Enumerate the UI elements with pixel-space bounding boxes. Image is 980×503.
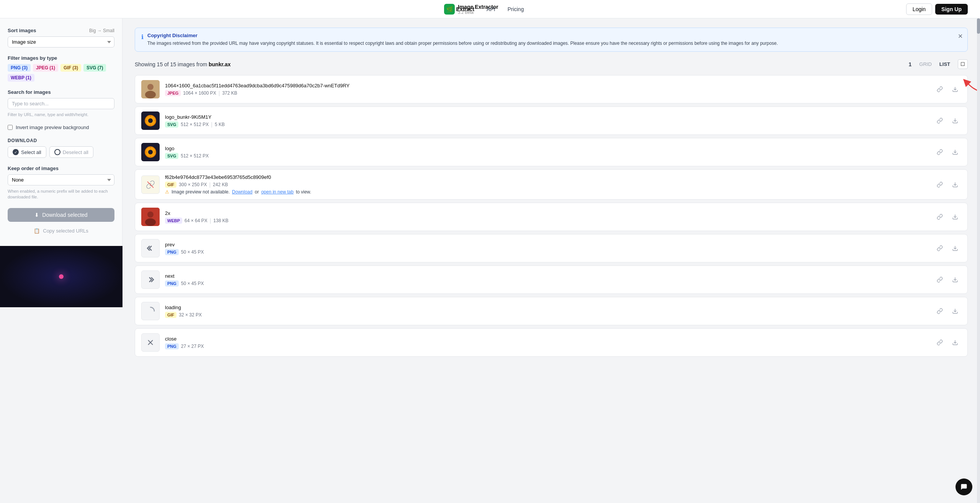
copy-link-button[interactable] bbox=[934, 83, 946, 95]
copy-link-button[interactable] bbox=[934, 274, 946, 286]
keep-order-select[interactable]: None bbox=[8, 174, 114, 185]
download-selected-button[interactable]: ⬇ Download selected bbox=[8, 208, 114, 222]
copy-link-button[interactable] bbox=[934, 179, 946, 191]
view-toggle: GRID LIST bbox=[916, 60, 953, 69]
tag-svg[interactable]: SVG (7) bbox=[83, 64, 106, 72]
grid-view-button[interactable]: GRID bbox=[916, 60, 935, 69]
copy-link-button[interactable] bbox=[934, 242, 946, 254]
sort-label: Sort images bbox=[8, 28, 36, 33]
search-input[interactable] bbox=[8, 98, 114, 109]
select-buttons: ✓ Select all Deselect all bbox=[8, 146, 114, 158]
image-actions bbox=[934, 83, 961, 95]
image-meta: PNG 50 × 45 PX bbox=[165, 280, 928, 287]
signup-button[interactable]: Sign Up bbox=[935, 4, 968, 15]
invert-preview-checkbox[interactable] bbox=[8, 125, 13, 130]
nav-pricing[interactable]: Pricing bbox=[508, 6, 524, 12]
image-meta: PNG 50 × 45 PX bbox=[165, 249, 928, 255]
type-badge: GIF bbox=[165, 182, 176, 188]
copy-link-button[interactable] bbox=[934, 305, 946, 317]
image-size: 5 KB bbox=[215, 122, 225, 127]
download-button[interactable] bbox=[949, 83, 961, 95]
download-button[interactable] bbox=[949, 211, 961, 223]
copy-urls-button[interactable]: 📋 Copy selected URLs bbox=[8, 225, 114, 237]
download-section-label: DOWNLOAD bbox=[8, 138, 114, 143]
nav-extract[interactable]: Extract bbox=[456, 6, 474, 12]
chat-bubble[interactable] bbox=[956, 478, 972, 495]
download-button[interactable] bbox=[949, 242, 961, 254]
image-meta: SVG 512 × 512 PX | 5 KB bbox=[165, 121, 928, 128]
copy-link-button[interactable] bbox=[934, 115, 946, 127]
image-dims: 32 × 32 PX bbox=[179, 312, 202, 318]
svg-point-21 bbox=[147, 211, 154, 218]
download-button[interactable] bbox=[949, 115, 961, 127]
tag-jpeg[interactable]: JPEG (1) bbox=[33, 64, 58, 72]
svg-point-12 bbox=[148, 150, 153, 154]
login-button[interactable]: Login bbox=[906, 3, 932, 15]
image-dims: 27 × 27 PX bbox=[181, 344, 204, 349]
copy-link-button[interactable] bbox=[934, 146, 946, 158]
image-row: logo_bunkr-9Ki5M1Y SVG 512 × 512 PX | 5 … bbox=[135, 106, 968, 135]
select-all-label: Select all bbox=[21, 149, 41, 155]
disclaimer-close-button[interactable]: ✕ bbox=[958, 33, 963, 40]
sort-select[interactable]: Image size bbox=[8, 36, 114, 48]
tag-png[interactable]: PNG (3) bbox=[8, 64, 31, 72]
download-link[interactable]: Download bbox=[232, 189, 252, 195]
tag-webp[interactable]: WEBP (1) bbox=[8, 74, 34, 82]
download-button[interactable] bbox=[949, 274, 961, 286]
type-badge: WEBP bbox=[165, 218, 182, 224]
sidebar-wrapper: Sort images Big → Small Image size Filte… bbox=[0, 18, 122, 503]
download-button[interactable] bbox=[949, 146, 961, 158]
preview-area bbox=[0, 246, 122, 307]
image-row: f62b4e9764dc8773e43ebe6953f765d5c8909ef0… bbox=[135, 169, 968, 200]
image-meta: PNG 27 × 27 PX bbox=[165, 343, 928, 349]
open-new-tab-link[interactable]: open in new tab bbox=[261, 189, 294, 195]
select-all-button[interactable]: ✓ Select all bbox=[8, 146, 46, 158]
list-view-button[interactable]: LIST bbox=[936, 60, 953, 69]
image-dims: 300 × 250 PX bbox=[179, 182, 207, 187]
scrollbar-thumb[interactable] bbox=[977, 18, 980, 34]
image-info: prev PNG 50 × 45 PX bbox=[165, 242, 928, 255]
checkbox-icon: ☐ bbox=[960, 61, 965, 67]
disclaimer-banner: ℹ Copyright Disclaimer The images retrie… bbox=[135, 28, 968, 52]
header-actions: Login Sign Up bbox=[906, 3, 968, 15]
tag-gif[interactable]: GIF (3) bbox=[60, 64, 81, 72]
info-icon: ℹ bbox=[141, 33, 144, 47]
filter-label: Filter images by type bbox=[8, 55, 114, 61]
copy-link-button[interactable] bbox=[934, 211, 946, 223]
download-button[interactable] bbox=[949, 305, 961, 317]
image-row: next PNG 50 × 45 PX bbox=[135, 265, 968, 294]
select-all-icon-button[interactable]: ☐ bbox=[958, 59, 968, 69]
page-number: 1 bbox=[909, 61, 912, 67]
image-dims: 1064 × 1600 PX bbox=[183, 90, 216, 96]
copy-link-button[interactable] bbox=[934, 336, 946, 349]
svg-point-22 bbox=[145, 218, 156, 226]
main-nav: Extract API Pricing bbox=[456, 6, 524, 12]
image-name: prev bbox=[165, 242, 928, 247]
image-name: f62b4e9764dc8773e43ebe6953f765d5c8909ef0 bbox=[165, 174, 928, 180]
deselect-all-button[interactable]: Deselect all bbox=[49, 146, 93, 158]
nav-api[interactable]: API bbox=[487, 6, 495, 12]
image-dims: 50 × 45 PX bbox=[181, 249, 204, 255]
type-badge: PNG bbox=[165, 343, 179, 349]
image-actions bbox=[934, 146, 961, 158]
image-dims: 50 × 45 PX bbox=[181, 281, 204, 286]
image-row: 1064×1600_6a1cbac5f11edd4763ead9dcba3bd6… bbox=[135, 75, 968, 103]
image-name: close bbox=[165, 336, 928, 342]
image-dims: 512 × 512 PX bbox=[181, 153, 209, 159]
image-info: loading GIF 32 × 32 PX bbox=[165, 305, 928, 318]
scrollbar[interactable] bbox=[977, 18, 980, 503]
warning-text: Image preview not available. bbox=[172, 189, 230, 195]
disclaimer-content: Copyright Disclaimer The images retrieve… bbox=[147, 33, 961, 47]
image-row: 2x WEBP 64 × 64 PX | 138 KB bbox=[135, 203, 968, 231]
download-button[interactable] bbox=[949, 336, 961, 349]
download-button[interactable] bbox=[949, 179, 961, 191]
download-section: DOWNLOAD ✓ Select all Deselect all bbox=[8, 138, 114, 158]
domain-name: bunkr.ax bbox=[209, 61, 231, 67]
header: 🌿 Image Extractor 3.2 Beta Extract API P… bbox=[0, 0, 980, 18]
image-list: 1064×1600_6a1cbac5f11edd4763ead9dcba3bd6… bbox=[135, 75, 968, 357]
image-actions bbox=[934, 179, 961, 191]
image-row: prev PNG 50 × 45 PX bbox=[135, 234, 968, 262]
image-size: 138 KB bbox=[213, 218, 228, 223]
disclaimer-text: The images retrieved from the provided U… bbox=[147, 40, 961, 47]
download-selected-label: Download selected bbox=[42, 212, 87, 218]
